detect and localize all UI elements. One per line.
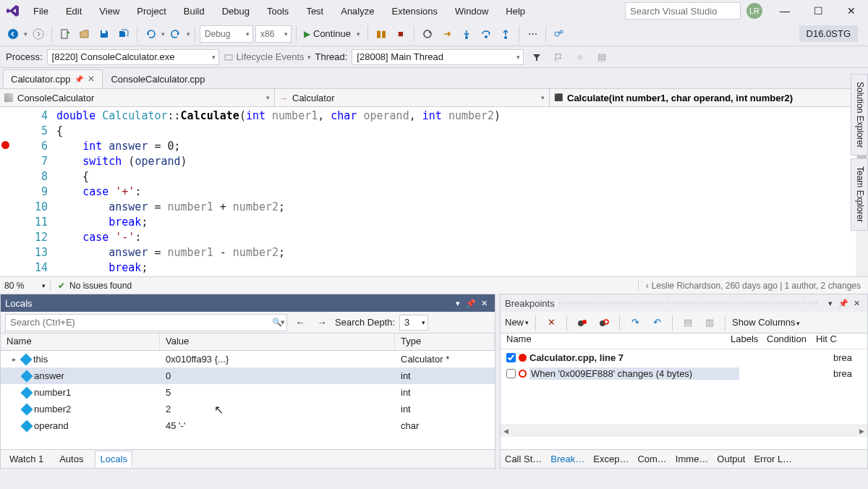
delete-all-button[interactable]: [574, 314, 591, 331]
breakpoint-checkbox[interactable]: [506, 353, 516, 362]
menu-view[interactable]: View: [90, 2, 128, 20]
tab-exceptions[interactable]: Excep…: [593, 454, 629, 464]
step-out-button[interactable]: [497, 25, 514, 43]
close-panel-icon[interactable]: ✕: [477, 299, 490, 308]
menu-debug[interactable]: Debug: [213, 2, 258, 20]
locals-row[interactable]: this0x010ffa93 {...}Calculator *: [1, 351, 495, 367]
breakpoints-title-bar[interactable]: Breakpoints ▾ 📌 ✕: [501, 294, 867, 312]
locals-title-bar[interactable]: Locals ▾ 📌 ✕: [1, 294, 495, 312]
stop-button[interactable]: ■: [392, 25, 409, 43]
minimize-button[interactable]: —: [768, 0, 801, 22]
new-breakpoint-button[interactable]: New▾: [505, 317, 529, 328]
close-button[interactable]: ✕: [835, 0, 868, 22]
pin-icon[interactable]: 📌: [837, 299, 850, 308]
tab-immediate[interactable]: Imme…: [676, 454, 709, 464]
code-content[interactable]: double Calculator::Calculate(int number1…: [56, 107, 868, 276]
breakpoint-row[interactable]: Calculator.cpp, line 7brea: [501, 349, 867, 365]
save-all-button[interactable]: [115, 25, 132, 43]
thread-dropdown[interactable]: [28008] Main Thread: [352, 49, 524, 65]
horizontal-scrollbar[interactable]: ◀ ▶: [501, 425, 867, 437]
breakpoint-row[interactable]: When '0x009EF888' changes (4 bytes)brea: [501, 365, 867, 381]
live-share-icon[interactable]: [550, 25, 568, 43]
team-explorer-tab[interactable]: Team Explorer: [851, 158, 868, 230]
tab-watch1[interactable]: Watch 1: [5, 451, 48, 467]
export-button[interactable]: ↷: [626, 314, 644, 331]
undo-button[interactable]: [142, 25, 159, 43]
tab-consolecalculator-cpp[interactable]: ConsoleCalculator.cpp: [103, 69, 213, 88]
open-file-button[interactable]: [76, 25, 93, 43]
threads-icon[interactable]: ⟐: [571, 48, 589, 66]
menu-edit[interactable]: Edit: [57, 2, 90, 20]
step-into-button[interactable]: [458, 25, 475, 43]
menu-build[interactable]: Build: [175, 2, 213, 20]
platform-dropdown[interactable]: x86: [255, 25, 292, 43]
menu-analyze[interactable]: Analyze: [332, 2, 383, 20]
show-columns-dropdown[interactable]: Show Columns▾: [732, 317, 800, 328]
break-all-button[interactable]: ▮▮: [373, 25, 390, 43]
error-list-summary[interactable]: ✔No issues found: [51, 281, 139, 291]
flag-icon[interactable]: [550, 48, 567, 66]
depth-dropdown[interactable]: 3: [399, 315, 428, 331]
solution-explorer-tab[interactable]: Solution Explorer: [851, 74, 868, 156]
restart-button[interactable]: [419, 25, 436, 43]
go-to-disasm-button[interactable]: ▥: [701, 314, 718, 331]
tab-locals[interactable]: Locals: [95, 451, 132, 467]
stack-icon[interactable]: ▤: [593, 48, 610, 66]
menu-file[interactable]: File: [25, 2, 57, 20]
function-dropdown[interactable]: Calculate(int number1, char operand, int…: [550, 89, 868, 106]
close-panel-icon[interactable]: ✕: [850, 299, 863, 308]
step-over-button[interactable]: [477, 25, 495, 43]
search-prev-button[interactable]: ←: [292, 314, 309, 331]
menu-help[interactable]: Help: [497, 2, 534, 20]
menu-window[interactable]: Window: [446, 2, 497, 20]
process-dropdown[interactable]: [8220] ConsoleCalculator.exe: [47, 49, 219, 65]
save-button[interactable]: [95, 25, 113, 43]
user-avatar[interactable]: LR: [746, 3, 762, 19]
tab-output[interactable]: Output: [717, 454, 745, 464]
menu-extensions[interactable]: Extensions: [383, 2, 446, 20]
menu-tools[interactable]: Tools: [258, 2, 297, 20]
config-dropdown[interactable]: Debug: [200, 25, 253, 43]
delete-breakpoint-button[interactable]: ✕: [542, 314, 560, 331]
toggle-all-button[interactable]: [595, 314, 613, 331]
tab-calculator-cpp[interactable]: Calculator.cpp 📌 ✕: [3, 69, 103, 88]
search-next-button[interactable]: →: [313, 314, 331, 331]
redo-button[interactable]: [167, 25, 184, 43]
pin-icon[interactable]: 📌: [75, 75, 83, 83]
menu-test[interactable]: Test: [297, 2, 332, 20]
tab-autos[interactable]: Autos: [55, 451, 88, 467]
toolbar-icon[interactable]: ⋯: [524, 25, 541, 43]
tab-callstack[interactable]: Call St…: [505, 454, 542, 464]
code-editor[interactable]: 4 5 6 7 8 9 10 11 12 13 14 double Calcul…: [0, 107, 868, 276]
breakpoint-checkbox[interactable]: [506, 369, 516, 378]
class-dropdown[interactable]: Calculator: [275, 89, 550, 106]
tab-breakpoints[interactable]: Break…: [550, 454, 584, 464]
tab-command[interactable]: Com…: [637, 454, 666, 464]
close-tab-icon[interactable]: ✕: [88, 74, 95, 84]
codelens-indicator[interactable]: ‹Leslie Richardson, 260 days ago | 1 aut…: [638, 281, 868, 291]
continue-button[interactable]: ▶Continue▾: [301, 25, 363, 43]
menu-project[interactable]: Project: [128, 2, 174, 20]
breakpoints-header: Name Labels Condition Hit C: [501, 333, 867, 349]
nav-forward-button[interactable]: [30, 25, 47, 43]
project-dropdown[interactable]: ConsoleCalculator: [0, 89, 275, 106]
locals-row[interactable]: answer0int: [1, 367, 495, 384]
show-next-statement-button[interactable]: ➜: [438, 25, 456, 43]
locals-row[interactable]: number15int: [1, 384, 495, 401]
nav-back-button[interactable]: [4, 25, 22, 43]
panel-dropdown-icon[interactable]: ▾: [451, 299, 464, 308]
panel-dropdown-icon[interactable]: ▾: [824, 299, 837, 308]
new-file-button[interactable]: [56, 25, 74, 43]
search-input[interactable]: [625, 2, 741, 20]
lifecycle-dropdown[interactable]: Lifecycle Events▾: [224, 51, 311, 62]
locals-row[interactable]: number22int: [1, 401, 495, 417]
pin-icon[interactable]: 📌: [464, 299, 477, 308]
go-to-source-button[interactable]: ▤: [679, 314, 697, 331]
tab-errorlist[interactable]: Error L…: [754, 454, 792, 464]
filter-icon[interactable]: [528, 48, 545, 66]
locals-search-input[interactable]: Search (Ctrl+E): [5, 314, 287, 331]
zoom-dropdown[interactable]: 80 %▾: [0, 281, 51, 291]
locals-row[interactable]: operand45 '-'char: [1, 417, 495, 434]
import-button[interactable]: ↶: [648, 314, 665, 331]
maximize-button[interactable]: ☐: [801, 0, 835, 22]
